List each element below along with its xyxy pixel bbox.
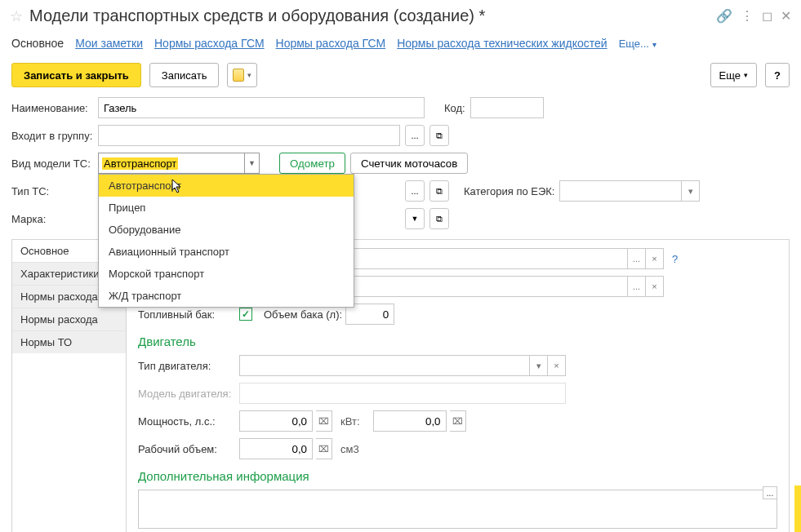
- cm3-label: см3: [340, 443, 359, 455]
- row-power: Мощность, л.с.: ⌧ кВт: ⌧: [138, 410, 777, 432]
- type-model-dropdown: Автотранспорт Прицеп Оборудование Авиаци…: [98, 174, 354, 308]
- report-dropdown-button[interactable]: ▾: [227, 63, 257, 87]
- clear-icon[interactable]: ×: [547, 356, 565, 375]
- tab-notes[interactable]: Мои заметки: [75, 37, 143, 55]
- engine-header: Двигатель: [138, 335, 777, 348]
- odometer-button[interactable]: Одометр: [279, 153, 345, 174]
- power-label: Мощность, л.с.:: [138, 415, 236, 428]
- favorite-icon[interactable]: ☆: [10, 7, 23, 25]
- calc-icon[interactable]: ⌧: [316, 410, 332, 432]
- right-scroll-handle[interactable]: [794, 485, 801, 532]
- power-input[interactable]: [239, 410, 313, 432]
- chevron-down-icon: ▾: [247, 71, 251, 79]
- chevron-down-icon: ▾: [744, 71, 748, 79]
- type-model-dropdown-button[interactable]: ▼: [245, 153, 260, 174]
- tab-gsm1[interactable]: Нормы расхода ГСМ: [154, 37, 265, 55]
- kvt-input[interactable]: [373, 410, 447, 432]
- engine-model-label: Модель двигателя:: [138, 388, 236, 400]
- marka-open-button[interactable]: ⧉: [429, 208, 449, 229]
- dropdown-option-auto[interactable]: Автотранспорт: [99, 175, 354, 197]
- type-ts-label: Тип ТС:: [11, 185, 93, 197]
- addinfo-header: Дополнительная информация: [138, 469, 777, 483]
- dropdown-option-equipment[interactable]: Оборудование: [99, 219, 354, 241]
- type-ts-open-button[interactable]: ⧉: [429, 180, 449, 202]
- engine-type-input[interactable]: ▾ ×: [239, 355, 566, 376]
- row-name: Наименование: Код:: [11, 97, 790, 118]
- name-input[interactable]: [98, 97, 425, 118]
- expand-icon[interactable]: ...: [763, 486, 777, 499]
- link-icon[interactable]: 🔗: [716, 8, 732, 24]
- marka-dropdown-button[interactable]: ▼: [405, 208, 425, 229]
- row-type-model: Вид модели ТС: Автотранспорт ▼ Автотранс…: [11, 153, 790, 174]
- save-button[interactable]: Записать: [149, 63, 220, 87]
- group-input[interactable]: [98, 125, 400, 146]
- motohours-button[interactable]: Счетчик моточасов: [350, 153, 468, 174]
- tab-gsm2[interactable]: Нормы расхода ГСМ: [276, 37, 386, 55]
- marka-label: Марка:: [11, 213, 93, 225]
- help-button[interactable]: ?: [765, 63, 790, 87]
- side-tab-to[interactable]: Нормы ТО: [12, 331, 126, 353]
- type-model-label: Вид модели ТС:: [11, 157, 93, 170]
- calc-icon[interactable]: ⌧: [316, 438, 332, 459]
- group-label: Входит в группу:: [11, 130, 93, 142]
- dropdown-option-aviation[interactable]: Авиационный транспорт: [99, 241, 354, 263]
- title-actions: 🔗 ⋮ ◻ ✕: [716, 8, 791, 24]
- dots-icon[interactable]: ...: [627, 277, 645, 296]
- clear-icon[interactable]: ×: [645, 277, 663, 296]
- dots-icon[interactable]: ...: [627, 249, 645, 268]
- engine-type-label: Тип двигателя:: [138, 360, 236, 372]
- tank-vol-label: Объем бака (л):: [264, 308, 342, 321]
- fuel-tank-checkbox[interactable]: ✓: [239, 308, 252, 321]
- maximize-icon[interactable]: ◻: [762, 8, 772, 24]
- tab-more[interactable]: Еще... ▾: [619, 38, 656, 50]
- tab-main[interactable]: Основное: [11, 37, 64, 55]
- tab-more-label: Еще...: [619, 38, 649, 50]
- dropdown-option-trailer[interactable]: Прицеп: [99, 197, 354, 219]
- name-label: Наименование:: [11, 102, 93, 114]
- form-area: Наименование: Код: Входит в группу: ... …: [0, 95, 801, 532]
- more-button[interactable]: Еще ▾: [710, 63, 757, 87]
- disp-label: Рабочий объем:: [138, 443, 236, 455]
- kebab-icon[interactable]: ⋮: [741, 8, 754, 24]
- group-select-button[interactable]: ...: [405, 125, 425, 146]
- cat-eek-label: Категория по ЕЭК:: [464, 185, 554, 197]
- addinfo-wrap: ...: [138, 490, 777, 529]
- type-model-wrap: Автотранспорт ▼ Автотранспорт Прицеп Обо…: [98, 153, 260, 174]
- addinfo-textarea[interactable]: [138, 490, 777, 529]
- save-and-close-button[interactable]: Записать и закрыть: [11, 63, 141, 87]
- type-model-input[interactable]: Автотранспорт: [98, 153, 245, 174]
- chevron-down-icon[interactable]: ▾: [681, 181, 699, 201]
- calc-icon[interactable]: ⌧: [450, 410, 466, 432]
- disp-input[interactable]: [239, 438, 313, 459]
- chevron-down-icon[interactable]: ▾: [529, 356, 547, 375]
- code-input[interactable]: [470, 97, 544, 118]
- engine-model-input[interactable]: [239, 383, 566, 404]
- type-model-value: Автотранспорт: [102, 157, 178, 170]
- row-disp: Рабочий объем: ⌧ см3: [138, 438, 777, 459]
- window-title: Модели транспортных средств и оборудован…: [29, 7, 710, 25]
- dropdown-option-marine[interactable]: Морской транспорт: [99, 263, 354, 285]
- kvt-label: кВт:: [340, 415, 360, 428]
- titlebar: ☆ Модели транспортных средств и оборудов…: [0, 0, 801, 32]
- row-group: Входит в группу: ... ⧉: [11, 125, 790, 146]
- more-label: Еще: [719, 69, 741, 82]
- fuel-tank-label: Топливный бак:: [138, 308, 236, 321]
- row-engine-model: Модель двигателя:: [138, 383, 777, 404]
- help-icon[interactable]: ?: [672, 253, 678, 265]
- tab-tech-fluids[interactable]: Нормы расхода технических жидкостей: [397, 37, 607, 55]
- document-icon: [233, 69, 244, 82]
- cat-eek-input[interactable]: ▾: [559, 180, 700, 202]
- side-tab-norms2[interactable]: Нормы расхода: [12, 308, 126, 331]
- group-open-button[interactable]: ⧉: [429, 125, 449, 146]
- toolbar: Записать и закрыть Записать ▾ Еще ▾ ?: [0, 55, 801, 95]
- dropdown-option-rail[interactable]: Ж/Д транспорт: [99, 285, 354, 307]
- code-label: Код:: [444, 102, 465, 114]
- top-tabs: Основное Мои заметки Нормы расхода ГСМ Н…: [0, 32, 801, 55]
- row-engine-type: Тип двигателя: ▾ ×: [138, 355, 777, 376]
- clear-icon[interactable]: ×: [645, 249, 663, 268]
- type-ts-select-button[interactable]: ...: [405, 180, 425, 202]
- close-icon[interactable]: ✕: [781, 8, 791, 24]
